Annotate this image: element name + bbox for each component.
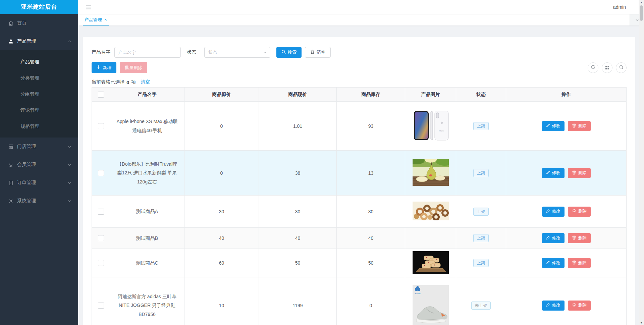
sidebar-item-product[interactable]: 产品管理 xyxy=(0,32,78,50)
sidebar-subitem-spec-manage[interactable]: 规格管理 xyxy=(0,118,78,134)
status-badge: 未上架 xyxy=(471,302,491,310)
user-menu[interactable]: admin xyxy=(613,4,626,10)
delete-button[interactable]: 删除 xyxy=(568,121,591,131)
sidebar-item-store[interactable]: 门店管理 xyxy=(0,138,78,156)
sidebar-subitem-product-manage[interactable]: 产品管理 xyxy=(0,54,78,70)
clear-button[interactable]: 清空 xyxy=(305,47,331,58)
tab-product-management[interactable]: 产品管理 × xyxy=(83,14,109,25)
product-image-iphone-xs-max: iPhone xyxy=(412,109,449,142)
row-checkbox[interactable] xyxy=(98,170,104,176)
status-cell: 上架 xyxy=(456,102,506,151)
tab-label: 产品管理 xyxy=(85,17,102,23)
delete-button[interactable]: 删除 xyxy=(568,258,591,268)
sidebar-subitem-comment-manage[interactable]: 评论管理 xyxy=(0,102,78,118)
table-header-row: 产品名字商品原价商品现价商品库存产品图片状态操作 xyxy=(92,88,627,102)
svg-text:adidas: adidas xyxy=(415,292,421,294)
checkbox-cell xyxy=(92,102,110,151)
edit-icon xyxy=(546,123,550,128)
product-image-cell xyxy=(405,228,456,249)
sidebar-subitem-category-manage[interactable]: 分类管理 xyxy=(0,70,78,86)
scrollbar-thumb[interactable] xyxy=(640,5,643,21)
table-body: Apple iPhone XS Max 移动联通电信4G手机01.0193iPh… xyxy=(92,102,627,325)
row-checkbox[interactable] xyxy=(98,123,104,129)
edit-button[interactable]: 修改 xyxy=(542,121,565,131)
stock-cell: 30 xyxy=(337,196,405,228)
select-all-header xyxy=(92,88,110,102)
product-image-donuts xyxy=(413,202,449,220)
batch-delete-button[interactable]: 批量删除 xyxy=(120,62,147,73)
status-badge: 上架 xyxy=(473,234,489,242)
sidebar-item-label: 门店管理 xyxy=(17,144,68,150)
search-icon xyxy=(619,65,624,71)
selection-clear-link[interactable]: 清空 xyxy=(141,79,150,85)
sidebar-item-member[interactable]: 会员管理 xyxy=(0,156,78,174)
delete-button[interactable]: 删除 xyxy=(568,168,591,178)
chevron-up-icon xyxy=(68,40,71,43)
sidebar-item-order[interactable]: 订单管理 xyxy=(0,174,78,192)
status-cell: 未上架 xyxy=(456,277,506,325)
product-name-cell: 【Dole都乐】比利时Truval啤梨12只 进口水果新鲜梨 单果120g左右 xyxy=(110,151,184,196)
checkbox-cell xyxy=(92,196,110,228)
sidebar-item-label: 订单管理 xyxy=(17,180,68,186)
plus-icon xyxy=(97,65,101,70)
hamburger-menu-icon[interactable] xyxy=(84,3,93,11)
edit-icon xyxy=(546,209,550,214)
selection-count: 0 xyxy=(126,79,129,85)
trash-icon xyxy=(310,50,315,55)
search-button[interactable]: 搜索 xyxy=(276,47,302,58)
vertical-scrollbar[interactable]: ▲ ▼ xyxy=(639,0,644,325)
status-cell: 上架 xyxy=(456,249,506,277)
scroll-down-arrow[interactable]: ▼ xyxy=(639,320,644,325)
table-row: Apple iPhone XS Max 移动联通电信4G手机01.0193iPh… xyxy=(92,102,627,151)
selection-prefix: 当前表格已选择 xyxy=(92,79,124,85)
sidebar-item-system[interactable]: 系统管理 xyxy=(0,192,78,210)
checkbox-cell xyxy=(92,277,110,325)
actions-cell: 修改删除 xyxy=(506,151,627,196)
row-checkbox[interactable] xyxy=(98,303,104,309)
chevron-down-icon xyxy=(68,145,71,149)
chevron-down-icon xyxy=(68,199,71,203)
row-checkbox[interactable] xyxy=(98,235,104,241)
current-price-cell: 30 xyxy=(259,196,337,228)
row-checkbox[interactable] xyxy=(98,260,104,266)
stock-cell: 50 xyxy=(337,249,405,277)
status-select-placeholder: 状态 xyxy=(208,49,217,55)
status-select[interactable]: 状态 xyxy=(204,47,270,58)
column-search-button[interactable] xyxy=(616,62,627,73)
edit-button[interactable]: 修改 xyxy=(542,233,565,243)
sidebar-subitem-group-manage[interactable]: 分组管理 xyxy=(0,86,78,102)
edit-button[interactable]: 修改 xyxy=(542,258,565,268)
edit-button[interactable]: 修改 xyxy=(542,168,565,178)
sidebar-item-home[interactable]: 首页 xyxy=(0,14,78,32)
delete-button[interactable]: 删除 xyxy=(568,301,591,311)
select-all-checkbox[interactable] xyxy=(98,92,104,98)
table-row: 测试商品A303030上架修改删除 xyxy=(92,196,627,228)
column-header: 商品库存 xyxy=(337,88,405,102)
order-icon xyxy=(8,180,13,185)
edit-button[interactable]: 修改 xyxy=(542,207,565,217)
status-cell: 上架 xyxy=(456,196,506,228)
row-checkbox[interactable] xyxy=(98,209,104,215)
product-table: 产品名字商品原价商品现价商品库存产品图片状态操作 Apple iPhone XS… xyxy=(92,87,627,325)
delete-button[interactable]: 删除 xyxy=(568,233,591,243)
shop-icon xyxy=(8,144,13,149)
product-name-cell: Apple iPhone XS Max 移动联通电信4G手机 xyxy=(110,102,184,151)
current-price-cell: 50 xyxy=(259,249,337,277)
sidebar-item-label: 系统管理 xyxy=(17,198,68,204)
product-name-input[interactable] xyxy=(114,47,181,58)
density-button[interactable] xyxy=(602,62,612,73)
refresh-button[interactable] xyxy=(588,62,598,73)
trash-icon xyxy=(572,260,576,266)
table-tools xyxy=(588,62,627,73)
edit-button[interactable]: 修改 xyxy=(542,301,565,311)
sidebar-item-label: 会员管理 xyxy=(17,162,68,168)
delete-button[interactable]: 删除 xyxy=(568,207,591,217)
column-header: 产品名字 xyxy=(110,88,184,102)
table-row: 【Dole都乐】比利时Truval啤梨12只 进口水果新鲜梨 单果120g左右0… xyxy=(92,151,627,196)
current-price-cell: 1.01 xyxy=(259,102,337,151)
column-header: 操作 xyxy=(506,88,627,102)
add-button[interactable]: 新增 xyxy=(92,62,116,73)
tab-close-icon[interactable]: × xyxy=(104,17,107,22)
app-logo: 亚米建站后台 xyxy=(0,0,78,14)
scroll-up-arrow[interactable]: ▲ xyxy=(639,0,644,5)
